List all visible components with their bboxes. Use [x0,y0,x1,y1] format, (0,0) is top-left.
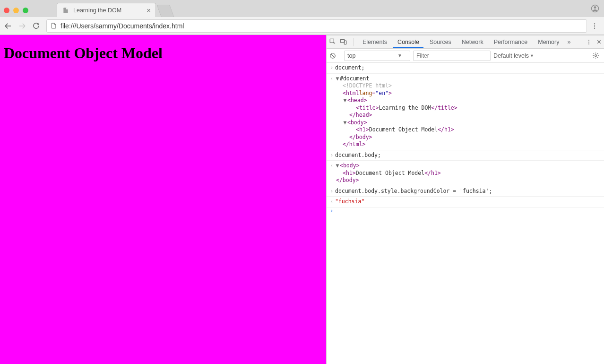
svg-point-4 [594,27,595,28]
more-tabs-icon[interactable]: » [565,39,572,45]
output-caret-icon: ‹ [328,75,335,83]
disclosure-triangle-icon[interactable]: ▼ [335,75,340,83]
execution-context-select[interactable]: top ▼ [344,51,410,61]
close-devtools-button[interactable]: × [597,38,601,46]
doctype: <!DOCTYPE html> [343,82,392,90]
forward-button[interactable] [18,22,28,30]
device-toolbar-icon[interactable] [340,38,348,45]
browser-tab[interactable]: Learning the DOM × [57,3,156,17]
reload-button[interactable] [32,22,43,30]
new-tab-button[interactable] [156,5,174,17]
output-caret-icon: ‹ [328,162,335,170]
window-controls [4,8,28,13]
address-bar[interactable]: file:///Users/sammy/Documents/index.html [46,19,587,33]
disclosure-triangle-icon[interactable]: ▼ [335,162,340,170]
svg-point-12 [595,55,597,57]
console-toolbar: top ▼ Default levels ▼ [327,49,604,63]
browser-menu-button[interactable] [591,22,600,30]
log-levels-select[interactable]: Default levels ▼ [493,52,534,59]
maximize-window-button[interactable] [23,8,28,13]
console-output-value: "fuchsia" [335,198,364,206]
browser-toolbar: file:///Users/sammy/Documents/index.html [0,17,604,35]
clear-console-icon[interactable] [329,52,338,59]
chevron-down-icon: ▼ [397,53,402,58]
inspect-element-icon[interactable] [329,38,338,45]
file-icon [62,7,69,14]
prompt-caret-icon: › [328,208,335,215]
console-input: document.body; [335,152,381,159]
close-window-button[interactable] [4,8,9,13]
console-input: document.body.style.backgroundColor = 'f… [335,188,492,195]
svg-point-10 [588,43,589,44]
back-button[interactable] [4,22,14,30]
minimize-window-button[interactable] [13,8,19,13]
input-caret-icon: › [328,188,335,195]
console-output[interactable]: ›document; ‹▼#document <!DOCTYPE html> <… [327,63,604,215]
svg-rect-6 [340,40,345,43]
browser-tab-strip: Learning the DOM × [0,0,604,17]
context-value: top [347,52,355,59]
output-caret-icon: ‹ [328,198,335,206]
console-settings-icon[interactable] [592,52,601,59]
svg-point-2 [594,23,595,24]
svg-point-9 [588,42,589,43]
svg-point-3 [594,25,595,26]
page-heading: Document Object Model [4,44,322,62]
devtools-menu-icon[interactable] [586,39,592,45]
svg-point-8 [588,39,589,40]
input-caret-icon: › [328,152,335,159]
console-filter-input[interactable] [413,51,491,61]
tab-performance[interactable]: Performance [490,36,532,48]
console-prompt[interactable]: › [327,208,604,215]
tab-network[interactable]: Network [457,36,488,48]
tab-sources[interactable]: Sources [425,36,456,48]
devtools-tab-bar: Elements Console Sources Network Perform… [327,35,604,49]
levels-label: Default levels [493,52,529,59]
chevron-down-icon: ▼ [530,53,534,58]
url-text: file:///Users/sammy/Documents/index.html [60,22,184,30]
svg-point-1 [594,6,596,9]
url-file-icon [51,23,57,29]
tab-elements[interactable]: Elements [358,36,391,48]
devtools-panel: Elements Console Sources Network Perform… [326,35,604,364]
input-caret-icon: › [328,64,335,72]
tab-console[interactable]: Console [393,36,423,48]
console-output-node: #document [340,75,369,83]
close-tab-button[interactable]: × [143,7,151,14]
disclosure-triangle-icon[interactable]: ▼ [343,119,347,127]
disclosure-triangle-icon[interactable]: ▼ [343,97,347,104]
page-viewport[interactable]: Document Object Model [0,35,326,364]
profile-icon[interactable] [591,4,599,13]
console-input: document; [335,64,364,72]
tab-memory[interactable]: Memory [534,36,563,48]
tab-title: Learning the DOM [73,7,121,14]
